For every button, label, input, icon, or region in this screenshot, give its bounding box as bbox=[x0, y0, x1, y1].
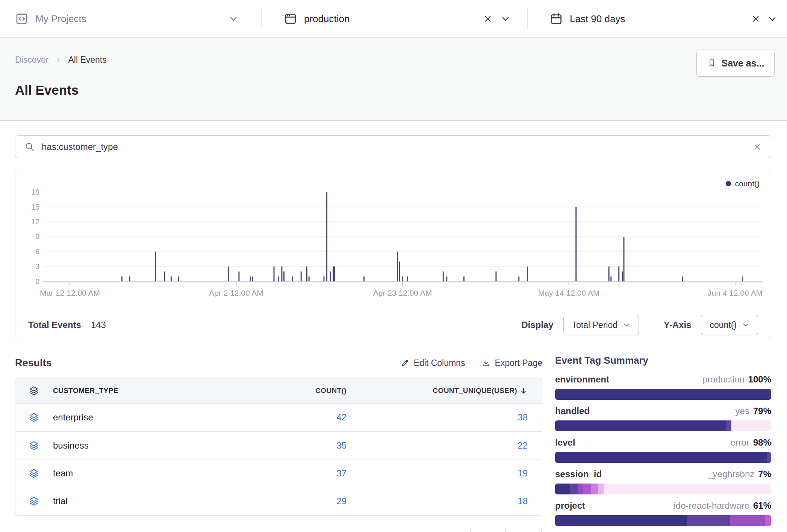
save-as-button[interactable]: Save as... bbox=[696, 50, 775, 77]
cell-count-link[interactable]: 37 bbox=[234, 468, 347, 479]
project-selector[interactable]: My Projects bbox=[15, 0, 86, 38]
y-axis-tick-label: 18 bbox=[31, 188, 39, 196]
cell-customer-type: enterprise bbox=[53, 412, 234, 423]
tag-name: session_id bbox=[555, 469, 602, 479]
tag-distribution-bar[interactable] bbox=[555, 420, 771, 431]
project-chevron-down-icon[interactable] bbox=[229, 14, 238, 24]
cell-count-unique-link[interactable]: 38 bbox=[347, 412, 542, 423]
tag-top-percent: 61% bbox=[753, 500, 771, 511]
total-events-value: 143 bbox=[91, 320, 106, 330]
tag-distribution-bar[interactable] bbox=[555, 389, 771, 400]
environment-clear-icon[interactable] bbox=[483, 14, 493, 24]
tag-top-percent: 98% bbox=[753, 437, 771, 448]
bookmark-icon bbox=[707, 58, 717, 68]
stack-icon bbox=[15, 496, 53, 506]
topbar-divider bbox=[261, 8, 262, 29]
cell-count-link[interactable]: 35 bbox=[234, 440, 347, 451]
tag-distribution-bar[interactable] bbox=[555, 515, 771, 526]
tag-name: level bbox=[555, 437, 575, 448]
breadcrumb-all-events: All Events bbox=[68, 55, 106, 65]
breadcrumb-discover[interactable]: Discover bbox=[15, 55, 48, 65]
tag-name: handled bbox=[555, 406, 590, 416]
column-header-count-unique-user[interactable]: COUNT_UNIQUE(USER) bbox=[347, 387, 542, 395]
tag-block-environment: environment production 100% bbox=[555, 374, 771, 400]
y-axis-tick-label: 9 bbox=[35, 233, 39, 241]
table-row[interactable]: business 35 22 bbox=[15, 431, 542, 459]
yaxis-select[interactable]: count() bbox=[701, 315, 758, 335]
cell-count-unique-link[interactable]: 22 bbox=[347, 440, 542, 451]
export-page-button[interactable]: Export Page bbox=[481, 358, 542, 368]
search-clear-icon[interactable] bbox=[753, 142, 762, 151]
column-header-customer-type[interactable]: CUSTOMER_TYPE bbox=[53, 387, 234, 395]
tag-top-percent: 7% bbox=[758, 469, 771, 479]
tag-bar-segment bbox=[570, 484, 578, 494]
event-search-bar bbox=[15, 135, 771, 158]
table-row[interactable]: team 37 19 bbox=[15, 459, 542, 487]
events-time-series-chart: 0369121518Mar 12 12:00 AMApr 2 12:00 AMA… bbox=[15, 170, 771, 311]
save-as-label: Save as... bbox=[722, 58, 764, 69]
pagination-previous-button[interactable] bbox=[470, 528, 506, 532]
cell-count-link[interactable]: 42 bbox=[234, 412, 347, 423]
environment-filter[interactable]: production bbox=[284, 0, 350, 38]
stack-icon bbox=[15, 412, 53, 423]
cell-count-unique-link[interactable]: 19 bbox=[347, 468, 542, 479]
cell-count-link[interactable]: 29 bbox=[234, 496, 347, 506]
tag-bar-segment bbox=[687, 515, 730, 526]
tag-block-session-id: session_id _yeghrsbnz 7% bbox=[555, 469, 771, 494]
cell-count-unique-link[interactable]: 18 bbox=[347, 496, 542, 506]
display-select[interactable]: Total Period bbox=[563, 315, 639, 335]
tag-bar-segment bbox=[598, 484, 604, 494]
page-header: Discover All Events Save as... All Event… bbox=[0, 38, 787, 121]
tag-top-value: ido-react-hardware bbox=[674, 500, 749, 511]
pencil-icon bbox=[401, 358, 410, 367]
chart-legend[interactable]: count() bbox=[726, 179, 760, 188]
tag-distribution-bar[interactable] bbox=[555, 452, 771, 463]
tag-top-value: error bbox=[730, 437, 749, 448]
daterange-filter-label: Last 90 days bbox=[570, 13, 625, 25]
cell-customer-type: business bbox=[53, 440, 234, 451]
daterange-clear-icon[interactable] bbox=[751, 14, 761, 24]
projects-icon bbox=[15, 12, 29, 26]
download-icon bbox=[481, 358, 490, 367]
pagination bbox=[470, 528, 542, 532]
environment-window-icon bbox=[284, 12, 297, 26]
results-table-header: CUSTOMER_TYPE COUNT() COUNT_UNIQUE(USER) bbox=[15, 378, 542, 404]
display-select-value: Total Period bbox=[572, 320, 617, 330]
x-axis-tick-label: Jun 4 12:00 AM bbox=[708, 289, 763, 297]
daterange-filter[interactable]: Last 90 days bbox=[549, 0, 625, 38]
tag-distribution-bar[interactable] bbox=[555, 484, 771, 494]
column-header-count[interactable]: COUNT() bbox=[234, 387, 347, 395]
breadcrumb-chevron-right-icon bbox=[54, 56, 62, 64]
search-input[interactable] bbox=[42, 142, 753, 152]
results-heading: Results bbox=[15, 357, 52, 369]
sort-descending-arrow-icon bbox=[519, 387, 528, 395]
tag-top-percent: 100% bbox=[748, 374, 771, 385]
events-chart-panel: 0369121518Mar 12 12:00 AMApr 2 12:00 AMA… bbox=[15, 170, 771, 339]
legend-series-label: count() bbox=[735, 179, 760, 188]
legend-dot-icon bbox=[726, 181, 731, 186]
tag-bar-segment bbox=[555, 515, 687, 526]
tag-bar-segment bbox=[583, 484, 591, 494]
breadcrumb: Discover All Events bbox=[15, 55, 107, 65]
pagination-next-button[interactable] bbox=[506, 528, 542, 532]
table-row[interactable]: trial 29 18 bbox=[15, 487, 542, 515]
x-axis-tick-label: May 14 12:00 AM bbox=[538, 289, 599, 297]
table-row[interactable]: enterprise 42 38 bbox=[15, 404, 542, 431]
tag-bar-segment bbox=[555, 484, 570, 494]
tag-bar-segment bbox=[604, 484, 770, 494]
results-table: CUSTOMER_TYPE COUNT() COUNT_UNIQUE(USER)… bbox=[15, 378, 542, 516]
chevron-down-icon bbox=[742, 321, 749, 329]
edit-columns-button[interactable]: Edit Columns bbox=[401, 358, 465, 368]
stack-icon[interactable] bbox=[15, 385, 53, 396]
cell-customer-type: trial bbox=[53, 496, 234, 506]
y-axis-tick-label: 15 bbox=[31, 203, 39, 211]
environment-filter-label: production bbox=[304, 13, 350, 25]
results-header: Results Edit Columns Export Page bbox=[15, 355, 542, 371]
tag-block-handled: handled yes 79% bbox=[555, 406, 771, 431]
environment-chevron-down-icon[interactable] bbox=[501, 14, 510, 24]
daterange-chevron-down-icon[interactable] bbox=[767, 14, 777, 24]
tag-bar-segment bbox=[731, 420, 771, 431]
stack-icon bbox=[15, 468, 53, 479]
tag-name: environment bbox=[555, 374, 609, 385]
tag-summary-heading: Event Tag Summary bbox=[555, 355, 771, 366]
